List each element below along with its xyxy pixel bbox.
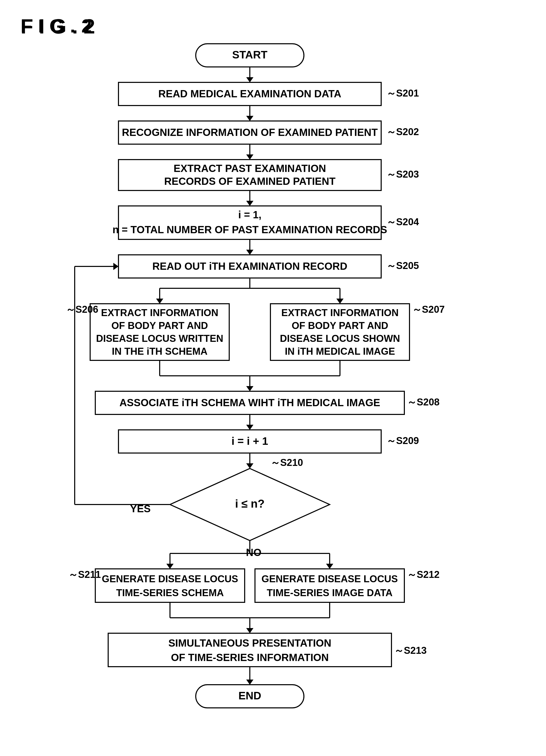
svg-text:～S211: ～S211 <box>68 569 101 580</box>
svg-marker-9 <box>246 116 253 121</box>
svg-text:DISEASE  LOCUS SHOWN: DISEASE LOCUS SHOWN <box>280 333 400 344</box>
svg-text:OF TIME-SERIES INFORMATION: OF TIME-SERIES INFORMATION <box>171 652 329 663</box>
svg-text:IN iTH MEDICAL IMAGE: IN iTH MEDICAL IMAGE <box>285 346 395 357</box>
svg-text:TIME-SERIES IMAGE DATA: TIME-SERIES IMAGE DATA <box>267 587 393 598</box>
svg-marker-20 <box>246 201 253 206</box>
svg-text:～S203: ～S203 <box>386 169 419 180</box>
svg-marker-57 <box>246 425 253 430</box>
svg-text:TIME-SERIES SCHEMA: TIME-SERIES SCHEMA <box>116 587 224 598</box>
svg-marker-96 <box>246 680 253 685</box>
svg-text:～S207: ～S207 <box>412 304 445 315</box>
svg-text:SIMULTANEOUS PRESENTATION: SIMULTANEOUS PRESENTATION <box>168 637 332 649</box>
svg-text:F I G .  2: F I G . 2 <box>21 15 95 38</box>
svg-text:IN THE iTH SCHEMA: IN THE iTH SCHEMA <box>112 346 207 357</box>
svg-text:EXTRACT PAST EXAMINATION: EXTRACT PAST EXAMINATION <box>173 163 326 174</box>
svg-text:READ OUT iTH EXAMINATION RECOR: READ OUT iTH EXAMINATION RECORD <box>152 260 347 272</box>
svg-marker-14 <box>246 154 253 160</box>
svg-marker-75 <box>166 564 173 569</box>
svg-marker-71 <box>113 263 118 270</box>
flowchart-diagram: F I G . 2 START READ MEDICAL EXAMINATION… <box>0 0 546 756</box>
svg-text:～S208: ～S208 <box>407 397 440 407</box>
svg-marker-35 <box>336 299 344 304</box>
svg-marker-26 <box>246 250 253 255</box>
svg-text:EXTRACT INFORMATION: EXTRACT INFORMATION <box>101 307 218 318</box>
svg-marker-77 <box>326 564 333 569</box>
svg-marker-52 <box>246 386 253 391</box>
svg-text:READ MEDICAL EXAMINATION DATA: READ MEDICAL EXAMINATION DATA <box>158 88 341 99</box>
svg-marker-62 <box>246 463 253 468</box>
svg-text:～S202: ～S202 <box>386 126 419 137</box>
svg-text:～S209: ～S209 <box>386 435 419 446</box>
svg-marker-33 <box>156 299 163 304</box>
svg-text:i = 1,: i = 1, <box>238 209 261 220</box>
svg-text:GENERATE DISEASE LOCUS: GENERATE DISEASE LOCUS <box>261 573 398 584</box>
svg-text:START: START <box>232 49 267 61</box>
svg-text:n = TOTAL NUMBER OF PAST EXAMI: n = TOTAL NUMBER OF PAST EXAMINATION REC… <box>112 224 387 235</box>
svg-text:END: END <box>238 690 261 702</box>
svg-text:OF BODY PART AND: OF BODY PART AND <box>111 320 208 331</box>
svg-text:～S201: ～S201 <box>386 88 419 99</box>
svg-text:RECOGNIZE INFORMATION OF EXAMI: RECOGNIZE INFORMATION OF EXAMINED PATIEN… <box>122 127 378 138</box>
svg-text:NO: NO <box>246 547 261 558</box>
svg-text:～S204: ～S204 <box>386 216 419 227</box>
svg-text:ASSOCIATE iTH SCHEMA WIHT iTH : ASSOCIATE iTH SCHEMA WIHT iTH MEDICAL IM… <box>119 397 380 408</box>
svg-marker-90 <box>246 628 253 633</box>
svg-text:i ≤ n?: i ≤ n? <box>235 497 265 510</box>
svg-text:RECORDS OF EXAMINED PATIENT: RECORDS OF EXAMINED PATIENT <box>164 176 335 187</box>
svg-text:～S210: ～S210 <box>270 457 303 468</box>
svg-text:～S213: ～S213 <box>394 645 427 656</box>
svg-text:GENERATE DISEASE LOCUS: GENERATE DISEASE LOCUS <box>102 573 238 584</box>
svg-text:～S212: ～S212 <box>407 569 440 580</box>
svg-text:EXTRACT INFORMATION: EXTRACT INFORMATION <box>281 307 399 318</box>
svg-text:OF BODY PART AND: OF BODY PART AND <box>292 320 388 331</box>
svg-text:～S205: ～S205 <box>386 260 419 271</box>
svg-marker-4 <box>246 77 253 82</box>
svg-text:DISEASE LOCUS WRITTEN: DISEASE LOCUS WRITTEN <box>96 333 223 344</box>
svg-text:i = i + 1: i = i + 1 <box>231 435 268 447</box>
svg-text:～S206: ～S206 <box>66 304 98 315</box>
